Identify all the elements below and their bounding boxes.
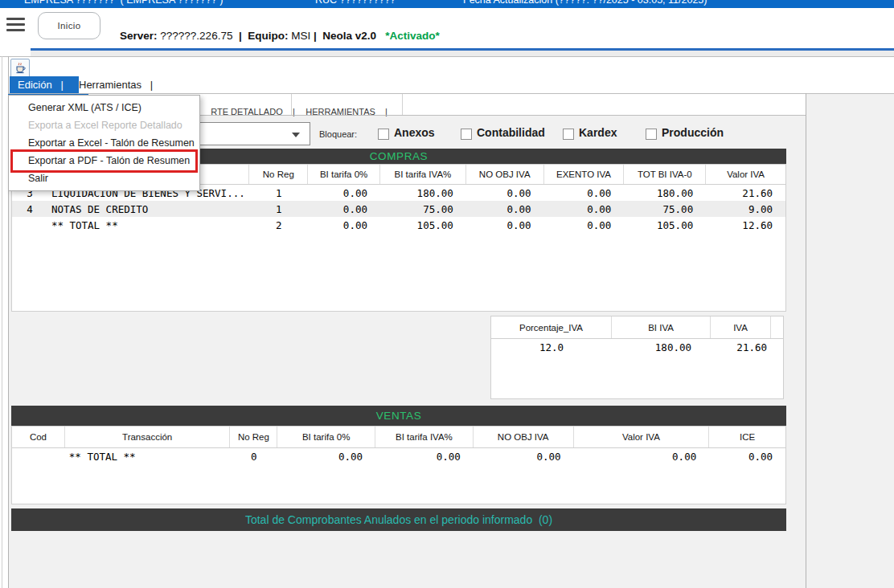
compras-title: COMPRAS	[370, 150, 428, 162]
column-header: BI tarifa IVA%	[375, 427, 474, 447]
column-header: BI tarifa 0%	[277, 427, 375, 447]
iva-summary-table: Porcentaje_IVA BI IVA IVA 12.0 180.00 21…	[490, 316, 784, 399]
menu-item-exportar-pdf-talon[interactable]: Exportar a PDF - Talón de Resumen	[9, 152, 199, 169]
column-header: Transacción	[65, 427, 231, 447]
table-row[interactable]: 4 NOTAS DE CREDITO 1 0.00 75.00 0.00 0.0…	[12, 201, 785, 217]
column-header: No Reg	[249, 165, 308, 184]
menubar-edicion-label: Edición |	[18, 79, 64, 91]
server-label: Server:	[120, 30, 158, 42]
ventas-title: VENTAS	[376, 410, 422, 422]
tab-divider	[402, 94, 403, 115]
contabilidad-checkbox[interactable]	[461, 129, 472, 140]
column-header	[771, 316, 783, 338]
anulados-text: Total de Comprobantes Anulados en el per…	[245, 513, 552, 526]
table-row-total[interactable]: ** TOTAL ** 0 0.00 0.00 0.00 0.00 0.00	[12, 448, 785, 464]
table-row[interactable]: 12.0 180.00 21.60	[491, 339, 783, 355]
column-header: NO OBJ IVA	[474, 427, 574, 447]
column-header: BI tarifa IVA%	[380, 165, 466, 184]
anexos-label: Anexos	[394, 126, 435, 139]
column-header: TOT BI IVA-0	[624, 165, 706, 184]
column-header: Porcentaje_IVA	[491, 316, 612, 338]
java-coffee-icon	[14, 62, 27, 75]
bloquear-label: Bloquear:	[319, 129, 357, 139]
titlebar-clipped-text-left: EMPRESA ??????? ( EMPRESA ??????? )	[24, 0, 223, 6]
menu-item-generar-xml[interactable]: Generar XML (ATS / ICE)	[9, 99, 199, 116]
content-right-border	[806, 93, 806, 588]
menu-item-exporta-excel-detallado: Exporta a Excel Reporte Detallado	[9, 116, 199, 134]
window-titlebar: EMPRESA ??????? ( EMPRESA ??????? ) RUC …	[0, 0, 894, 8]
column-header: Cod	[12, 427, 65, 447]
anexos-checkbox[interactable]	[378, 129, 389, 140]
column-header: Valor IVA	[706, 165, 785, 184]
titlebar-clipped-text-mid: RUC ??????????	[315, 0, 396, 6]
iva-summary-header: Porcentaje_IVA BI IVA IVA	[491, 316, 783, 339]
contabilidad-label: Contabilidad	[477, 126, 545, 139]
inicio-button[interactable]: Inicio	[38, 12, 100, 39]
ventas-table-header: Cod Transacción No Reg BI tarifa 0% BI t…	[12, 427, 785, 448]
tabs-row-top-border	[8, 93, 894, 94]
column-header: IVA	[711, 316, 771, 338]
ventas-table: Cod Transacción No Reg BI tarifa 0% BI t…	[11, 426, 786, 504]
status-activado: *Activado*	[376, 30, 440, 42]
menubar-herramientas-label: Herramientas |	[79, 79, 153, 91]
inicio-button-label: Inicio	[57, 21, 80, 31]
equipo-value: MSI	[288, 30, 314, 42]
titlebar-clipped-text-right: Fecha Actualización (?????: ??/2025 - 03…	[463, 0, 707, 6]
column-header: ICE	[709, 427, 785, 447]
column-header: BI IVA	[612, 316, 711, 338]
app-version: Neola v2.0	[317, 30, 376, 42]
column-header: Valor IVA	[574, 427, 710, 447]
server-value: ??????.226.75	[158, 30, 239, 42]
background-window-strip	[31, 51, 894, 56]
edicion-dropdown-menu: Generar XML (ATS / ICE) Exporta a Excel …	[8, 95, 200, 191]
chevron-down-icon	[292, 133, 300, 137]
ventas-section-bar: VENTAS	[11, 406, 786, 426]
column-header: No Reg	[230, 427, 277, 447]
menu-item-salir[interactable]: Salir	[9, 169, 199, 187]
window-top-border	[0, 56, 894, 57]
window-outer-left-border	[2, 56, 2, 588]
menu-item-exportar-excel-talon[interactable]: Exportar a Excel - Talón de Resumen	[9, 134, 199, 152]
java-app-button[interactable]	[10, 59, 30, 78]
column-header: NO OBJ IVA	[466, 165, 544, 184]
equipo-label: Equipo:	[242, 30, 289, 42]
column-header: EXENTO IVA	[544, 165, 625, 184]
anulados-footer-bar: Total de Comprobantes Anulados en el per…	[11, 508, 786, 531]
produccion-label: Producción	[662, 126, 724, 139]
menubar-item-herramientas[interactable]: Herramientas |	[79, 76, 153, 93]
right-gray-background	[806, 93, 894, 588]
column-header: BI tarifa 0%	[308, 165, 380, 184]
tab-divider	[291, 94, 292, 115]
kardex-label: Kardex	[579, 126, 617, 139]
kardex-checkbox[interactable]	[563, 129, 574, 140]
screen: EMPRESA ??????? ( EMPRESA ??????? ) RUC …	[0, 0, 894, 588]
menubar-item-edicion[interactable]: Edición |	[10, 76, 79, 93]
table-row-total[interactable]: ** TOTAL ** 2 0.00 105.00 0.00 0.00 105.…	[12, 217, 785, 233]
produccion-checkbox[interactable]	[646, 129, 657, 140]
